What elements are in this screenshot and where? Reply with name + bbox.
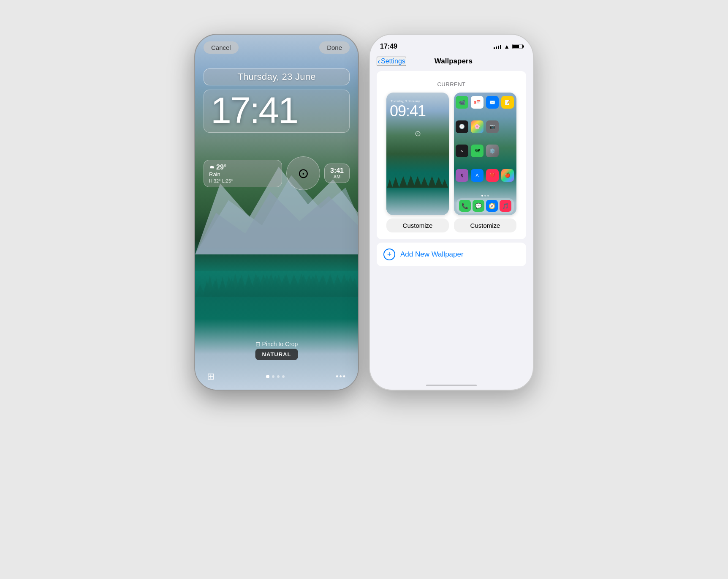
ls-lock-icon: ⊙: [415, 129, 421, 138]
status-time: 17:49: [380, 43, 397, 50]
dock: 📞 💬 🧭 🎵: [456, 198, 514, 213]
app-appstore: A: [471, 169, 484, 182]
add-circle-icon: +: [383, 249, 395, 260]
lock-screen-preview-bg: Tuesday, 3 January 09:41 ⊙: [386, 93, 449, 215]
home-screen-preview-bg: 📹 23📅 ✉️ 📝 🕐 🌸 📷 tv 🗺: [454, 93, 516, 215]
time-container[interactable]: 17:41: [204, 90, 350, 133]
hs-dot-2: [484, 195, 486, 197]
hs-dot-3: [487, 195, 489, 197]
more-options-icon[interactable]: •••: [336, 372, 346, 381]
date-text: Thursday, 23 June: [237, 71, 316, 82]
dock-music: 🎵: [500, 200, 511, 212]
status-bar: 17:49 ▲: [370, 35, 533, 53]
home-screen-card: 📹 23📅 ✉️ 📝 🕐 🌸 📷 tv 🗺: [454, 93, 516, 232]
app-apple: 🍎: [501, 169, 514, 182]
time-text: 17:41: [211, 89, 297, 131]
filter-label: NATURAL: [262, 351, 291, 358]
app-mail: ✉️: [486, 96, 499, 109]
dock-safari: 🧭: [486, 200, 498, 212]
app-grid: 📹 23📅 ✉️ 📝 🕐 🌸 📷 tv 🗺: [454, 93, 516, 193]
battery-fill: [513, 45, 519, 48]
status-icons: ▲: [494, 43, 523, 50]
bar3: [498, 46, 499, 49]
activity-widget[interactable]: ⊙: [286, 156, 320, 190]
weather-widget[interactable]: 🌧 29° Rain H:32° L:25°: [204, 160, 282, 187]
lock-screen-card: Tuesday, 3 January 09:41 ⊙: [386, 93, 449, 232]
pinch-crop-text: Pinch to Crop: [262, 341, 298, 347]
app-empty2: [501, 145, 514, 157]
widgets-row: 🌧 29° Rain H:32° L:25° ⊙ 3:41 AM: [204, 156, 350, 190]
dot-3: [277, 375, 280, 378]
home-indicator: [426, 385, 477, 386]
wallpapers-settings-phone: 17:49 ▲ ‹ Settings Wallp: [369, 34, 534, 391]
wallpaper-section: CURRENT Tuesday, 3 January 09:41 ⊙: [377, 71, 526, 239]
home-screen-preview[interactable]: 📹 23📅 ✉️ 📝 🕐 🌸 📷 tv 🗺: [454, 93, 516, 215]
alarm-widget[interactable]: 3:41 AM: [324, 164, 350, 183]
ls-tree-mini: [386, 164, 449, 190]
settings-content: CURRENT Tuesday, 3 January 09:41 ⊙: [370, 71, 533, 266]
top-bar: Cancel Done: [195, 41, 358, 54]
add-wallpaper-label: Add New Wallpaper: [400, 250, 464, 259]
home-screen-customize-button[interactable]: Customize: [454, 218, 516, 232]
back-chevron-icon: ‹: [378, 57, 380, 65]
back-label: Settings: [381, 57, 405, 65]
app-settings2: ⚙️: [486, 145, 499, 157]
done-button[interactable]: Done: [319, 41, 350, 54]
app-podcasts: 🎙: [456, 169, 468, 182]
add-wallpaper-section: + Add New Wallpaper: [377, 243, 526, 266]
app-maps: 🗺: [471, 145, 484, 157]
bar2: [496, 46, 497, 49]
app-health: ❤️: [486, 169, 499, 182]
cancel-button[interactable]: Cancel: [204, 41, 239, 54]
weather-condition: Rain: [209, 171, 277, 178]
app-container: Cancel Done Thursday, 23 June 17:41 🌧 29…: [186, 8, 542, 579]
section-label: CURRENT: [383, 81, 519, 87]
app-photos: 🌸: [471, 120, 484, 133]
date-pill[interactable]: Thursday, 23 June: [204, 68, 350, 85]
signal-bars-icon: [494, 44, 501, 49]
app-facetime: 📹: [456, 96, 468, 109]
lock-screen-preview[interactable]: Tuesday, 3 January 09:41 ⊙: [386, 93, 449, 215]
battery-tip: [523, 46, 524, 48]
nav-bar: ‹ Settings Wallpapers: [370, 53, 533, 71]
bottom-bar: ⊞ •••: [195, 371, 358, 382]
app-notes: 📝: [501, 96, 514, 109]
battery-icon: [512, 44, 523, 49]
app-clock: 🕐: [456, 120, 468, 133]
activity-rings-icon: ⊙: [298, 165, 309, 181]
crop-icon: ⊡: [255, 341, 262, 347]
app-calendar: 23📅: [471, 96, 484, 109]
bar1: [494, 47, 495, 49]
dock-messages: 💬: [473, 200, 484, 212]
lock-screen-customize-button[interactable]: Customize: [386, 218, 449, 232]
dot-2: [272, 375, 274, 378]
app-empty: [501, 120, 514, 133]
app-appletv: tv: [456, 145, 468, 157]
alarm-am: AM: [330, 174, 344, 179]
ls-mini-time: 09:41: [390, 104, 426, 119]
filter-badge: NATURAL: [255, 349, 298, 360]
nav-title: Wallpapers: [406, 57, 501, 66]
weather-icon: 🌧: [209, 164, 215, 170]
gallery-icon[interactable]: ⊞: [207, 371, 215, 382]
lock-screen-editor-phone: Cancel Done Thursday, 23 June 17:41 🌧 29…: [194, 34, 359, 391]
ls-water-mini: [386, 188, 449, 215]
dot-4: [282, 375, 285, 378]
pinch-to-crop-label: ⊡ Pinch to Crop: [195, 341, 358, 347]
dot-1: [266, 375, 269, 378]
add-wallpaper-button[interactable]: + Add New Wallpaper: [377, 243, 526, 266]
weather-hl: H:32° L:25°: [209, 178, 277, 183]
bar4: [500, 45, 501, 49]
weather-temp: 29°: [216, 164, 226, 171]
page-dots: [266, 375, 285, 378]
hs-page-dots: [454, 195, 516, 197]
wifi-icon: ▲: [504, 43, 510, 50]
back-button[interactable]: ‹ Settings: [377, 57, 406, 66]
alarm-time: 3:41: [330, 167, 344, 174]
wallpaper-cards: Tuesday, 3 January 09:41 ⊙: [383, 93, 519, 232]
app-camera: 📷: [486, 120, 499, 133]
hs-dot-1: [481, 195, 483, 197]
weather-top: 🌧 29°: [209, 164, 277, 171]
dock-phone: 📞: [459, 200, 471, 212]
